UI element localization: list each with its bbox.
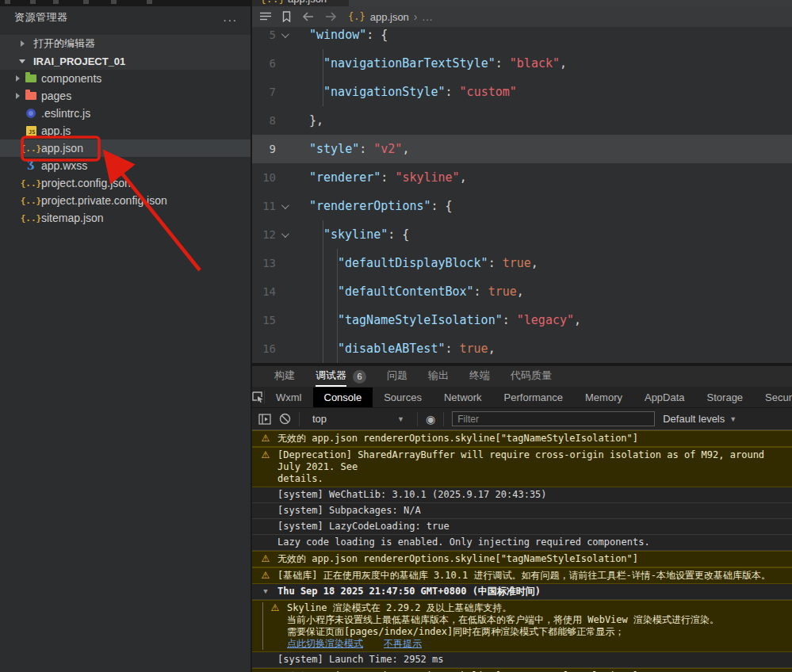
console-group-row[interactable]: ▼Thu Sep 18 2025 21:47:50 GMT+0800 (中国标准… xyxy=(252,584,792,600)
devtools-tab-network[interactable]: Network xyxy=(433,388,493,407)
code-line-16[interactable]: 16"disableABTest": true, xyxy=(252,334,792,363)
warning-icon: ⚠ xyxy=(260,570,271,582)
code-line-12[interactable]: 12"skyline": { xyxy=(252,220,792,249)
chevron-right-icon xyxy=(16,40,29,47)
devtools-tab-console[interactable]: Console xyxy=(313,388,373,407)
log-levels-dropdown[interactable]: Default levels ▼ xyxy=(663,413,737,425)
back-arrow-icon[interactable] xyxy=(302,12,314,21)
file-tree: componentspages.eslintrc.jsJSapp.js{..}a… xyxy=(0,70,251,227)
tree-item-app-json[interactable]: {..}app.json xyxy=(0,139,251,157)
breadcrumb-more[interactable]: ... xyxy=(423,11,434,23)
explorer-title: 资源管理器 xyxy=(14,10,68,25)
tree-item-components[interactable]: components xyxy=(0,70,251,87)
fold-chevron-icon[interactable] xyxy=(276,232,292,238)
code-line-10[interactable]: 10"renderer": "skyline", xyxy=(252,163,792,192)
tree-item-label: .eslintrc.js xyxy=(41,107,90,120)
editor-breadcrumb-bar: {.} app.json › ... xyxy=(252,6,792,27)
panel-tab-构建[interactable]: 构建 xyxy=(274,366,295,387)
panel-tab-label: 代码质量 xyxy=(511,366,552,387)
devtools-tab-sources[interactable]: Sources xyxy=(373,388,433,407)
tree-item-label: project.config.json xyxy=(41,177,131,189)
caret-down-icon: ▼ xyxy=(397,415,404,423)
line-number: 11 xyxy=(252,200,276,212)
tree-item--eslintrc-js[interactable]: .eslintrc.js xyxy=(0,105,251,122)
inspect-element-icon[interactable] xyxy=(252,391,265,403)
json-braces-icon: {..} xyxy=(21,143,42,154)
json-braces-icon: {..} xyxy=(21,196,42,206)
code-text: "defaultContentBox": true, xyxy=(292,284,524,299)
console-filter-input[interactable] xyxy=(452,411,655,426)
console-toolbar: top ▼ ◉ Default levels ▼ xyxy=(252,408,792,430)
section-open-editors[interactable]: 打开的编辑器 xyxy=(0,35,251,52)
forward-arrow-icon[interactable] xyxy=(325,12,337,21)
code-text: "disableABTest": true, xyxy=(292,342,495,356)
code-line-13[interactable]: 13"defaultDisplayBlock": true, xyxy=(252,249,792,277)
outline-icon[interactable] xyxy=(260,12,271,21)
tree-item-label: app.wxss xyxy=(41,159,87,172)
file-icon-slot xyxy=(24,109,38,118)
code-text: "window": { xyxy=(292,28,388,42)
javascript-context-dropdown[interactable]: top ▼ xyxy=(308,413,409,425)
debugger-count-badge: 6 xyxy=(353,370,366,384)
section-project-root[interactable]: IRAI_PROJECT_01 xyxy=(0,52,251,70)
tree-item-label: pages xyxy=(41,90,71,102)
console-message: 无效的 app.json rendererOptions.skyline["ta… xyxy=(277,553,786,565)
panel-tab-问题[interactable]: 问题 xyxy=(387,366,407,387)
fold-chevron-icon[interactable] xyxy=(276,204,292,209)
console-row: [system] Subpackages: N/A xyxy=(252,503,792,519)
devtools-tab-security[interactable]: Security xyxy=(754,388,792,407)
console-link[interactable]: 不再提示 xyxy=(384,638,422,649)
file-icon-slot: {..} xyxy=(24,213,38,223)
code-area[interactable]: 5"window": {6"navigationBarTextStyle": "… xyxy=(252,27,792,363)
code-line-6[interactable]: 6"navigationBarTextStyle": "black", xyxy=(252,49,792,78)
tree-item-project-private-config-json[interactable]: {..}project.private.config.json xyxy=(0,192,251,209)
clear-console-icon[interactable] xyxy=(279,413,291,425)
tree-item-app-wxss[interactable]: Ʒapp.wxss xyxy=(0,157,251,174)
devtools-tab-performance[interactable]: Performance xyxy=(493,388,574,407)
line-number: 5 xyxy=(252,29,276,41)
file-icon-slot: JS xyxy=(24,126,38,136)
console-message: Thu Sep 18 2025 21:47:50 GMT+0800 (中国标准时… xyxy=(277,586,786,598)
editor-tab-appjson[interactable]: {..} app.json xyxy=(252,0,349,6)
panel-tab-终端[interactable]: 终端 xyxy=(469,366,490,387)
tree-item-label: project.private.config.json xyxy=(41,194,167,207)
tree-item-sitemap-json[interactable]: {..}sitemap.json xyxy=(0,209,251,227)
console-link[interactable]: 点此切换渲染模式 xyxy=(287,638,363,649)
code-editor: {.} app.json › ... 5"window": {6"navigat… xyxy=(252,6,792,363)
explorer-more-menu[interactable]: ... xyxy=(223,14,238,21)
devtools-tab-storage[interactable]: Storage xyxy=(696,388,755,407)
line-number: 6 xyxy=(252,57,276,70)
json-braces-icon: {..} xyxy=(21,213,42,223)
code-line-14[interactable]: 14"defaultContentBox": true, xyxy=(252,277,792,306)
code-line-15[interactable]: 15"tagNameStyleIsolation": "legacy", xyxy=(252,306,792,334)
console-row: ⚠[基础库] 正在使用灰度中的基础库 3.10.1 进行调试。如有问题，请前往工… xyxy=(252,567,792,584)
devtools-tab-appdata[interactable]: AppData xyxy=(633,388,696,407)
panel-tab-调试器[interactable]: 调试器6 xyxy=(316,366,366,387)
code-line-5[interactable]: 5"window": { xyxy=(252,27,792,49)
warning-icon: ⚠ xyxy=(260,449,271,461)
tree-item-app-js[interactable]: JSapp.js xyxy=(0,122,251,139)
panel-tab-输出[interactable]: 输出 xyxy=(428,366,449,387)
panel-tab-bar: 构建调试器6问题输出终端代码质量 xyxy=(252,366,792,387)
bookmark-icon[interactable] xyxy=(282,11,291,22)
tree-item-pages[interactable]: pages xyxy=(0,87,251,105)
code-line-9[interactable]: 9"style": "v2", xyxy=(252,135,792,163)
show-console-sidebar-icon[interactable] xyxy=(258,414,271,425)
toolbar-icon-fragment xyxy=(147,0,152,4)
devtools-tab-wxml[interactable]: Wxml xyxy=(265,388,313,407)
code-text: }, xyxy=(292,113,323,128)
code-line-8[interactable]: 8}, xyxy=(252,106,792,135)
devtools-tab-memory[interactable]: Memory xyxy=(574,388,633,407)
live-expression-eye-icon[interactable]: ◉ xyxy=(426,413,435,426)
code-text: "defaultDisplayBlock": true, xyxy=(292,256,538,270)
toolbar-icon-fragment xyxy=(53,0,59,4)
tree-item-project-config-json[interactable]: {..}project.config.json xyxy=(0,174,251,192)
panel-tab-代码质量[interactable]: 代码质量 xyxy=(511,366,552,387)
breadcrumb[interactable]: {.} app.json › ... xyxy=(348,10,433,23)
code-text: "skyline": { xyxy=(292,227,409,242)
expand-triangle-icon: ▼ xyxy=(260,586,271,598)
code-line-11[interactable]: 11"rendererOptions": { xyxy=(252,192,792,220)
code-line-7[interactable]: 7"navigationStyle": "custom" xyxy=(252,78,792,106)
toolbar-icon-fragment xyxy=(111,0,117,4)
fold-chevron-icon[interactable] xyxy=(276,32,292,38)
